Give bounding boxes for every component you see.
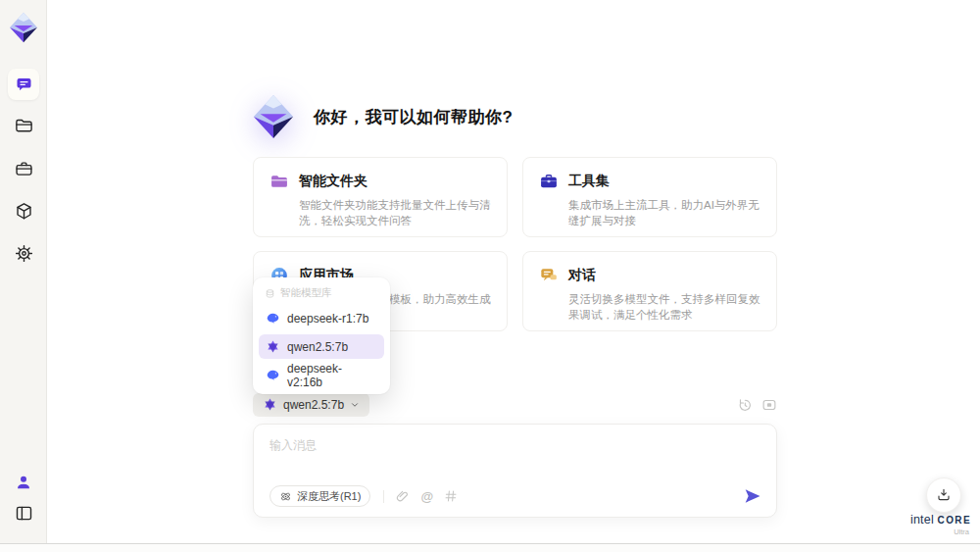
model-option-qwen[interactable]: qwen2.5:7b: [259, 334, 384, 359]
window-bottom-edge: [0, 543, 980, 552]
model-dropdown: 智能模型库 deepseek-r1:7b qwen2.5:7b deepseek…: [253, 277, 390, 394]
model-option-deepseek-v2[interactable]: deepseek-v2:16b: [259, 363, 384, 387]
briefcase-icon: [14, 159, 34, 179]
deepseek-whale-icon: [266, 311, 280, 326]
model-selector-button[interactable]: qwen2.5:7b: [253, 393, 369, 417]
intel-core-badge: intel core Ultra: [905, 513, 977, 536]
smart-folder-icon: [270, 172, 289, 191]
card-title: 工具集: [568, 173, 610, 190]
deepseek-whale-icon: [266, 368, 280, 382]
model-option-deepseek-r1[interactable]: deepseek-r1:7b: [259, 306, 384, 330]
model-selector-value: qwen2.5:7b: [283, 398, 344, 412]
app-window: 你好，我可以如何帮助你? 智能文件夹 智能文件夹功能支持批量文件上传与清洗，轻松…: [0, 0, 980, 552]
sidebar-item-settings[interactable]: [8, 237, 39, 269]
model-option-label: deepseek-r1:7b: [287, 312, 368, 326]
model-dropdown-header-label: 智能模型库: [280, 286, 332, 300]
card-toolset[interactable]: 工具集 集成市场上主流工具，助力AI与外界无缝扩展与对接: [522, 157, 777, 237]
panel-icon: [14, 503, 34, 524]
folder-icon: [14, 116, 34, 136]
qwen-icon: [263, 397, 277, 412]
sidebar: [0, 0, 47, 552]
download-button[interactable]: [926, 477, 961, 513]
toolbar-divider: [383, 490, 384, 503]
deep-think-label: 深度思考(R1): [297, 489, 361, 504]
sidebar-item-toolbox[interactable]: [8, 153, 39, 184]
hero: 你好，我可以如何帮助你?: [251, 94, 513, 139]
gear-icon: [14, 243, 34, 264]
intel-core-text: core: [938, 515, 972, 526]
intel-logo-text: intel: [910, 513, 934, 527]
paperclip-icon[interactable]: [395, 489, 410, 504]
qwen-icon: [266, 339, 280, 354]
card-desc: 灵活切换多模型文件，支持多样回复效果调试，满足个性化需求: [568, 291, 760, 323]
download-icon: [936, 487, 952, 503]
card-title: 对话: [568, 267, 596, 284]
card-title: 智能文件夹: [299, 173, 368, 190]
model-option-label: qwen2.5:7b: [287, 340, 348, 354]
sidebar-item-chat[interactable]: [8, 69, 39, 100]
chevron-down-icon: [350, 400, 360, 410]
model-library-icon: [265, 288, 275, 299]
model-dropdown-header: 智能模型库: [259, 284, 384, 302]
model-selector-row: qwen2.5:7b: [253, 392, 777, 417]
at-icon[interactable]: @: [420, 490, 433, 503]
message-input[interactable]: [270, 435, 691, 455]
chat-icon: [14, 75, 34, 95]
grid-icon[interactable]: [444, 489, 458, 503]
composer-tools: @: [395, 489, 458, 504]
sidebar-item-models[interactable]: [8, 195, 39, 226]
user-icon: [14, 473, 33, 492]
dialogue-icon: [539, 266, 559, 285]
model-option-label: deepseek-v2:16b: [287, 362, 377, 389]
deep-think-icon: [279, 490, 292, 503]
deep-think-toggle[interactable]: 深度思考(R1): [270, 485, 370, 507]
cube-icon: [14, 201, 34, 222]
conversation-actions: [737, 397, 777, 413]
app-logo-icon: [8, 12, 39, 43]
card-desc: 集成市场上主流工具，助力AI与外界无缝扩展与对接: [568, 197, 760, 228]
card-dialogue[interactable]: 对话 灵活切换多模型文件，支持多样回复效果调试，满足个性化需求: [522, 251, 777, 331]
sidebar-item-account[interactable]: [8, 467, 39, 498]
assistant-logo-icon: [251, 94, 296, 139]
sidebar-item-collapse[interactable]: [8, 497, 39, 528]
card-desc: 智能文件夹功能支持批量文件上传与清洗，轻松实现文件问答: [299, 197, 491, 228]
send-icon[interactable]: [743, 486, 762, 506]
message-composer: 深度思考(R1) @: [253, 424, 777, 518]
video-icon[interactable]: [761, 397, 777, 413]
card-smart-folder[interactable]: 智能文件夹 智能文件夹功能支持批量文件上传与清洗，轻松实现文件问答: [253, 157, 508, 237]
history-icon[interactable]: [737, 397, 753, 413]
intel-tier-text: Ultra: [905, 527, 977, 536]
sidebar-item-files[interactable]: [8, 110, 39, 141]
composer-toolbar: 深度思考(R1) @: [270, 484, 762, 508]
greeting-title: 你好，我可以如何帮助你?: [314, 106, 513, 128]
toolset-icon: [539, 172, 559, 191]
